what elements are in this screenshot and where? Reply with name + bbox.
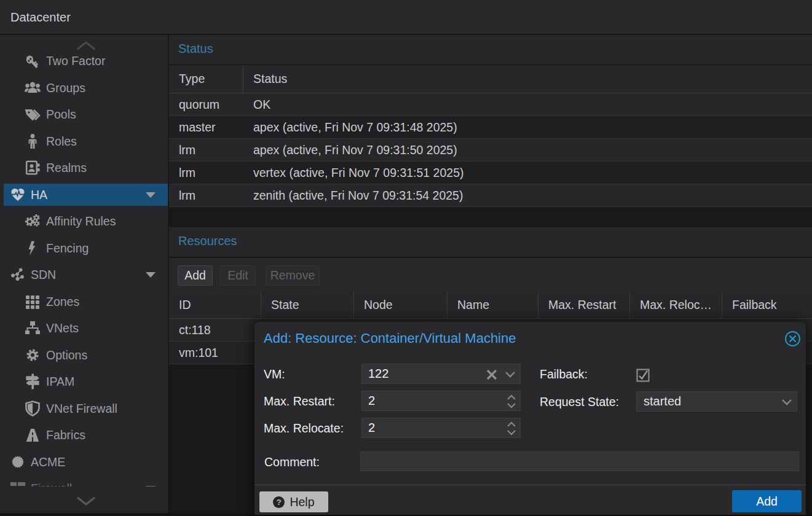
svg-text:?: ? bbox=[277, 498, 282, 507]
